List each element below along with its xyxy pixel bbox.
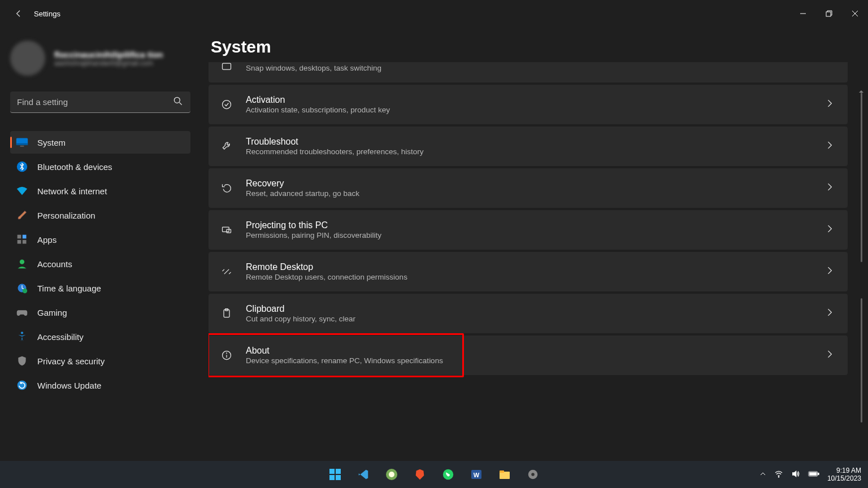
sidebar-item-personalization[interactable]: Personalization [10, 204, 190, 226]
main-content: System Snap windows, desktops, task swit… [201, 27, 868, 488]
row-recovery[interactable]: RecoveryReset, advanced startup, go back [209, 168, 848, 208]
sidebar-item-label: System [37, 138, 66, 147]
settings-app-icon[interactable] [525, 467, 541, 482]
bluetooth-icon [16, 160, 28, 173]
sidebar-nav: System Bluetooth & devices Network & int… [10, 131, 190, 396]
svg-rect-38 [500, 470, 504, 473]
row-title: Projecting to this PC [246, 220, 813, 230]
taskbar[interactable]: W 9:19 AM 10/15/2023 [0, 461, 868, 488]
row-about[interactable]: AboutDevice specifications, rename PC, W… [209, 336, 848, 375]
tray-chevron-icon[interactable] [760, 470, 766, 479]
tray-wifi-icon[interactable] [774, 469, 783, 480]
window-controls [790, 0, 868, 27]
page-title: System [211, 37, 868, 56]
row-title: Activation [246, 95, 813, 105]
sidebar-item-time[interactable]: Time & language [10, 277, 190, 299]
row-multitasking-partial[interactable]: Snap windows, desktops, task switching [209, 62, 848, 82]
row-title: Clipboard [246, 304, 813, 314]
titlebar: Settings [0, 0, 868, 27]
apps-icon [16, 233, 28, 246]
tray-battery-icon[interactable] [808, 470, 819, 479]
row-activation[interactable]: ActivationActivation state, subscription… [209, 85, 848, 124]
multitask-icon [219, 62, 235, 75]
system-clock[interactable]: 9:19 AM 10/15/2023 [827, 467, 861, 483]
sidebar-item-label: Personalization [37, 211, 96, 220]
taskbar-right: 9:19 AM 10/15/2023 [760, 467, 861, 483]
sidebar-item-label: Apps [37, 235, 57, 245]
settings-window: Settings floccinaucinihilipilifica tion … [0, 0, 868, 488]
svg-rect-19 [223, 63, 231, 69]
svg-rect-10 [18, 235, 21, 239]
svg-point-41 [778, 476, 779, 477]
row-projecting[interactable]: Projecting to this PCPermissions, pairin… [209, 210, 848, 250]
vscode-icon[interactable] [355, 467, 371, 482]
row-subtitle: Device specifications, rename PC, Window… [246, 356, 813, 365]
search-box[interactable] [10, 91, 190, 113]
sidebar-item-network[interactable]: Network & internet [10, 180, 190, 202]
svg-rect-43 [818, 473, 819, 474]
sidebar-item-apps[interactable]: Apps [10, 228, 190, 251]
sidebar-item-label: Accounts [37, 259, 72, 269]
scrollbar-track[interactable] [861, 93, 862, 262]
svg-rect-30 [329, 475, 335, 480]
row-title: Remote Desktop [246, 262, 813, 272]
sidebar-item-label: Time & language [37, 284, 101, 293]
brave-icon[interactable] [412, 467, 428, 482]
window-title: Settings [34, 10, 60, 18]
sidebar-item-gaming[interactable]: Gaming [10, 301, 190, 324]
row-troubleshoot[interactable]: TroubleshootRecommended troubleshooters,… [209, 127, 848, 166]
row-subtitle: Permissions, pairing PIN, discoverabilit… [246, 231, 813, 239]
profile[interactable]: floccinaucinihilipilifica tion aashishra… [10, 41, 190, 76]
clipboard-icon [219, 306, 235, 321]
shield-icon [16, 355, 28, 367]
sidebar-item-system[interactable]: System [10, 131, 190, 154]
settings-list[interactable]: Snap windows, desktops, task switching A… [209, 62, 848, 375]
word-icon[interactable]: W [468, 467, 484, 482]
close-button[interactable] [842, 0, 868, 27]
svg-rect-31 [336, 475, 341, 480]
sidebar-item-update[interactable]: Windows Update [10, 374, 190, 396]
start-icon[interactable] [327, 467, 343, 482]
minimize-button[interactable] [790, 0, 816, 27]
project-icon [219, 222, 235, 238]
row-subtitle: Remote Desktop users, connection permiss… [246, 273, 813, 281]
accessibility-icon [16, 330, 28, 343]
svg-rect-8 [20, 146, 24, 147]
wrench-icon [219, 138, 235, 154]
wifi-icon [16, 185, 28, 197]
svg-point-4 [174, 97, 180, 103]
explorer-icon[interactable] [497, 467, 513, 482]
chevron-right-icon [824, 140, 835, 153]
sidebar: floccinaucinihilipilifica tion aashishra… [0, 27, 201, 488]
person-icon [16, 258, 28, 270]
sidebar-item-privacy[interactable]: Privacy & security [10, 350, 190, 372]
sidebar-item-accessibility[interactable]: Accessibility [10, 325, 190, 348]
settings-list-wrap: Snap windows, desktops, task switching A… [209, 62, 868, 488]
scrollbar-thumb[interactable] [861, 298, 862, 422]
svg-text:W: W [474, 472, 480, 478]
clock-time: 9:19 AM [827, 467, 861, 474]
sidebar-item-label: Network & internet [37, 186, 107, 196]
recovery-icon [219, 180, 235, 196]
browser-icon[interactable] [384, 467, 400, 482]
avatar [10, 41, 45, 76]
row-subtitle: Recommended troubleshooters, preferences… [246, 147, 813, 156]
row-remote-desktop[interactable]: Remote DesktopRemote Desktop users, conn… [209, 252, 848, 291]
chevron-right-icon [824, 265, 835, 278]
back-icon[interactable] [14, 8, 24, 19]
chevron-right-icon [824, 307, 835, 320]
search-input[interactable] [10, 91, 190, 113]
titlebar-left: Settings [5, 8, 60, 19]
row-clipboard[interactable]: ClipboardCut and copy history, sync, cle… [209, 294, 848, 333]
svg-point-14 [20, 260, 24, 264]
info-icon [219, 347, 235, 363]
tray-volume-icon[interactable] [791, 469, 800, 480]
sidebar-item-accounts[interactable]: Accounts [10, 252, 190, 275]
svg-point-20 [223, 101, 231, 109]
sidebar-item-bluetooth[interactable]: Bluetooth & devices [10, 155, 190, 178]
svg-point-16 [23, 289, 27, 293]
whatsapp-icon[interactable] [440, 467, 456, 482]
svg-point-33 [389, 472, 394, 477]
svg-rect-44 [809, 472, 817, 475]
maximize-button[interactable] [816, 0, 842, 27]
